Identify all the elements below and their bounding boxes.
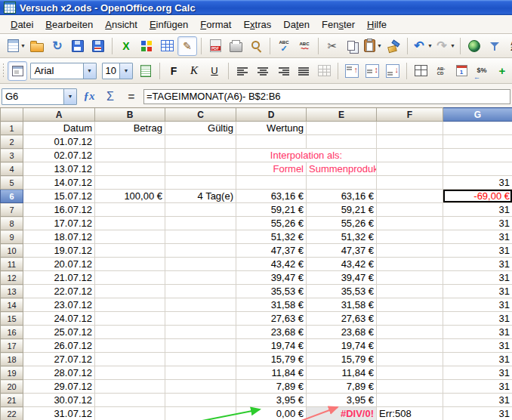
row-header-22[interactable]: 22 [1, 407, 23, 420]
copy-button[interactable] [343, 36, 362, 56]
align-left-button[interactable] [233, 61, 252, 81]
row-header-7[interactable]: 7 [1, 203, 23, 217]
cell-E15[interactable]: 27,63 € [307, 312, 377, 326]
cell-C2[interactable] [165, 135, 236, 149]
cell-B2[interactable] [95, 135, 165, 149]
column-header-E[interactable]: E [307, 108, 377, 122]
cell-E6[interactable]: 63,16 € [307, 190, 377, 203]
cell-G6[interactable]: -69,00 € [443, 190, 512, 203]
cell-E5[interactable] [307, 176, 377, 190]
cell-C8[interactable] [165, 217, 236, 230]
menu-einfuegen[interactable]: Einfügen [143, 17, 194, 32]
cell-E18[interactable]: 15,79 € [307, 353, 377, 366]
cell-D18[interactable]: 15,79 € [236, 353, 307, 366]
cell-A3[interactable]: 02.07.12 [23, 149, 95, 162]
cell-F21[interactable] [377, 394, 443, 407]
bold-button[interactable]: F [164, 61, 184, 81]
borders-button[interactable] [411, 61, 430, 81]
cell-F10[interactable] [377, 244, 443, 258]
column-header-D[interactable]: D [236, 108, 307, 122]
cell-E19[interactable]: 11,84 € [307, 366, 377, 380]
character-dialog-button[interactable] [136, 61, 156, 81]
cell-B7[interactable] [95, 203, 165, 217]
edit-file-button[interactable]: ✎ [177, 36, 197, 56]
cell-E12[interactable]: 39,47 € [307, 271, 377, 285]
cell-D5[interactable] [236, 176, 307, 190]
cell-D22[interactable]: 0,00 € [236, 407, 307, 420]
cell-D21[interactable]: 3,95 € [236, 394, 307, 407]
cell-G17[interactable]: 31 [443, 339, 512, 353]
row-header-19[interactable]: 19 [1, 366, 23, 380]
cell-B10[interactable] [95, 244, 165, 258]
cell-D19[interactable]: 11,84 € [236, 366, 307, 380]
cell-C19[interactable] [165, 366, 236, 380]
cell-F2[interactable] [377, 135, 443, 149]
cell-G18[interactable]: 31 [443, 353, 512, 366]
new-document-button[interactable]: ▼ [7, 36, 26, 56]
cell-F20[interactable] [377, 380, 443, 394]
row-header-12[interactable]: 12 [1, 271, 23, 285]
cell-F4[interactable] [377, 162, 443, 176]
cell-A6[interactable]: 15.07.12 [23, 190, 95, 203]
column-header-C[interactable]: C [165, 108, 236, 122]
cell-A17[interactable]: 26.07.12 [23, 339, 95, 353]
cell-A20[interactable]: 29.07.12 [23, 380, 95, 394]
cell-B6[interactable]: 100,00 € [95, 190, 165, 203]
cell-A1[interactable]: Datum [23, 122, 95, 135]
save-button[interactable] [68, 36, 88, 56]
row-header-8[interactable]: 8 [1, 217, 23, 230]
cell-E20[interactable]: 7,89 € [307, 380, 377, 394]
cell-G9[interactable]: 31 [443, 230, 512, 244]
cell-C5[interactable] [165, 176, 236, 190]
row-header-11[interactable]: 11 [1, 258, 23, 271]
cell-D10[interactable]: 47,37 € [236, 244, 307, 258]
cell-D15[interactable]: 27,63 € [236, 312, 307, 326]
align-top-button[interactable] [342, 61, 362, 81]
row-header-14[interactable]: 14 [1, 298, 23, 312]
chevron-down-icon[interactable]: ▼ [83, 63, 96, 79]
cell-G22[interactable]: 31 [443, 407, 512, 420]
cell-F9[interactable] [377, 230, 443, 244]
align-bottom-button[interactable] [383, 61, 403, 81]
cell-C7[interactable] [165, 203, 236, 217]
auto-spellcheck-button[interactable] [295, 36, 314, 56]
cell-F22[interactable]: Err:508 [377, 407, 443, 420]
row-header-21[interactable]: 21 [1, 394, 23, 407]
cell-F8[interactable] [377, 217, 443, 230]
cell-G20[interactable]: 31 [443, 380, 512, 394]
cell-F3[interactable] [377, 149, 443, 162]
font-size-combo[interactable]: 10 ▼ [102, 63, 133, 79]
autofilter-button[interactable] [485, 36, 504, 56]
cell-D20[interactable]: 7,89 € [236, 380, 307, 394]
align-center-button[interactable] [253, 61, 273, 81]
format-paintbrush-button[interactable] [384, 36, 403, 56]
cell-A19[interactable]: 28.07.12 [23, 366, 95, 380]
cell-B20[interactable] [95, 380, 165, 394]
cell-E8[interactable]: 55,26 € [307, 217, 377, 230]
cell-G10[interactable]: 31 [443, 244, 512, 258]
cell-G3[interactable] [443, 149, 512, 162]
cell-C20[interactable] [165, 380, 236, 394]
add-decimal-button[interactable]: + [492, 61, 512, 81]
cell-B15[interactable] [95, 312, 165, 326]
cell-D7[interactable]: 59,21 € [236, 203, 307, 217]
cell-G4[interactable] [443, 162, 512, 176]
cell-E22[interactable]: #DIV/0! [307, 407, 377, 420]
cell-D2[interactable] [236, 135, 307, 149]
cell-E10[interactable]: 47,37 € [307, 244, 377, 258]
cell-B19[interactable] [95, 366, 165, 380]
choose-themes-button[interactable] [137, 36, 156, 56]
cell-C11[interactable] [165, 258, 236, 271]
date-format-button[interactable]: 1 [452, 61, 471, 81]
cell-C4[interactable] [165, 162, 236, 176]
cell-B11[interactable] [95, 258, 165, 271]
cell-B12[interactable] [95, 271, 165, 285]
cell-C17[interactable] [165, 339, 236, 353]
cell-A16[interactable]: 25.07.12 [23, 326, 95, 339]
spellcheck-button[interactable] [274, 36, 294, 56]
cell-B21[interactable] [95, 394, 165, 407]
cell-E2[interactable] [307, 135, 377, 149]
cell-G16[interactable]: 31 [443, 326, 512, 339]
cell-B16[interactable] [95, 326, 165, 339]
cell-F17[interactable] [377, 339, 443, 353]
